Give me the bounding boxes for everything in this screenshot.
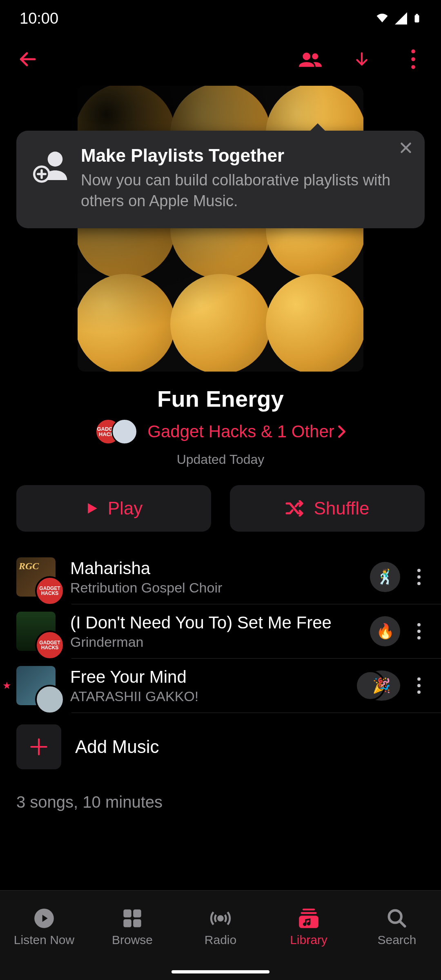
contributor-badge	[35, 685, 65, 714]
svg-point-20	[417, 636, 421, 639]
download-button[interactable]	[350, 48, 373, 71]
playlist-title: Fun Energy	[0, 385, 441, 412]
song-title: Free Your Mind	[70, 667, 354, 687]
top-nav	[0, 37, 441, 82]
tooltip-title: Make Playlists Together	[81, 145, 408, 166]
tab-browse[interactable]: Browse	[88, 891, 176, 964]
svg-rect-33	[301, 912, 317, 913]
svg-rect-34	[299, 915, 318, 928]
playlist-owner-button[interactable]: GADGETHACKS Gadget Hacks & 1 Other	[0, 419, 441, 445]
library-icon	[298, 908, 319, 929]
grid-icon	[122, 908, 143, 929]
tab-label: Browse	[112, 933, 153, 947]
svg-point-9	[48, 151, 63, 167]
song-artist: Grinderman	[70, 634, 361, 650]
collaborators-button[interactable]	[299, 48, 322, 71]
cellular-icon	[394, 11, 408, 26]
svg-point-22	[417, 684, 421, 687]
song-artwork	[16, 666, 56, 705]
play-circle-icon	[33, 908, 55, 929]
svg-point-18	[417, 623, 421, 626]
svg-point-7	[411, 57, 415, 61]
svg-rect-28	[133, 909, 141, 918]
battery-icon	[412, 11, 421, 26]
song-row[interactable]: RGC GADGETHACKS Maharisha Retribution Go…	[0, 550, 441, 604]
svg-point-31	[218, 916, 223, 920]
search-icon	[386, 908, 408, 929]
owner-avatars: GADGETHACKS	[95, 419, 140, 445]
svg-rect-32	[303, 909, 315, 910]
tab-bar: Listen Now Browse Radio Library Search	[0, 890, 441, 980]
svg-rect-29	[123, 919, 131, 927]
avatar	[111, 419, 138, 445]
tab-label: Search	[377, 933, 416, 947]
svg-point-8	[411, 65, 415, 69]
status-icons	[375, 11, 421, 26]
playlist-owner-label: Gadget Hacks & 1 Other	[147, 422, 334, 441]
status-bar: 10:00	[0, 0, 441, 37]
svg-point-23	[417, 690, 421, 694]
add-music-label: Add Music	[75, 737, 159, 757]
song-row[interactable]: ★ Free Your Mind ATARASHII GAKKO! 🎉	[0, 659, 441, 713]
svg-rect-30	[133, 919, 141, 927]
add-person-icon	[33, 149, 69, 185]
song-artist: ATARASHII GAKKO!	[70, 688, 354, 704]
svg-point-16	[417, 575, 421, 579]
song-artwork: GADGETHACKS	[16, 612, 56, 651]
svg-point-19	[417, 630, 421, 633]
svg-rect-1	[416, 14, 418, 15]
svg-point-6	[411, 49, 415, 53]
tooltip-body: Now you can build collaborative playlist…	[81, 170, 408, 212]
tab-label: Listen Now	[14, 933, 74, 947]
contributor-badge: GADGETHACKS	[35, 576, 65, 606]
add-music-button[interactable]: Add Music	[0, 713, 441, 781]
song-more-button[interactable]	[409, 623, 429, 639]
playlist-updated: Updated Today	[0, 452, 441, 467]
song-more-button[interactable]	[409, 569, 429, 585]
playlist-artwork	[0, 86, 441, 372]
wifi-icon	[375, 11, 390, 26]
tab-listen-now[interactable]: Listen Now	[0, 891, 88, 964]
svg-point-3	[303, 53, 310, 60]
tab-search[interactable]: Search	[353, 891, 441, 964]
back-button[interactable]	[16, 48, 39, 71]
radio-icon	[210, 908, 231, 929]
svg-point-17	[417, 582, 421, 585]
svg-rect-0	[415, 15, 419, 22]
song-row[interactable]: GADGETHACKS (I Don't Need You To) Set Me…	[0, 604, 441, 658]
play-label: Play	[108, 498, 143, 519]
collaborative-tooltip: Make Playlists Together Now you can buil…	[16, 131, 425, 228]
home-indicator[interactable]	[172, 970, 270, 973]
svg-point-15	[417, 569, 421, 572]
chevron-right-icon	[338, 425, 346, 438]
svg-rect-27	[123, 909, 131, 918]
shuffle-button[interactable]: Shuffle	[230, 485, 425, 532]
status-time: 10:00	[20, 10, 58, 27]
play-icon	[85, 500, 99, 517]
play-button[interactable]: Play	[16, 485, 211, 532]
song-artwork: RGC GADGETHACKS	[16, 557, 56, 597]
plus-icon	[16, 724, 61, 769]
close-tooltip-button[interactable]	[399, 140, 413, 159]
contributor-badge: GADGETHACKS	[35, 630, 65, 660]
reaction-badge[interactable]: 🔥	[370, 616, 400, 646]
star-icon: ★	[2, 680, 11, 691]
shuffle-icon	[285, 500, 305, 517]
svg-point-21	[417, 677, 421, 681]
svg-point-4	[312, 53, 318, 60]
song-more-button[interactable]	[409, 677, 429, 694]
song-title: Maharisha	[70, 559, 361, 578]
reaction-badge[interactable]: 🕺	[370, 562, 400, 592]
reaction-badge[interactable]: 🎉	[363, 670, 400, 701]
song-title: (I Don't Need You To) Set Me Free	[70, 613, 361, 633]
tab-library[interactable]: Library	[265, 891, 353, 964]
svg-line-36	[400, 921, 405, 926]
song-artist: Retribution Gospel Choir	[70, 580, 361, 596]
shuffle-label: Shuffle	[314, 498, 369, 519]
tab-radio[interactable]: Radio	[176, 891, 265, 964]
tab-label: Library	[290, 933, 327, 947]
playlist-summary: 3 songs, 10 minutes	[0, 781, 441, 811]
more-button[interactable]	[402, 48, 425, 71]
tab-label: Radio	[205, 933, 236, 947]
